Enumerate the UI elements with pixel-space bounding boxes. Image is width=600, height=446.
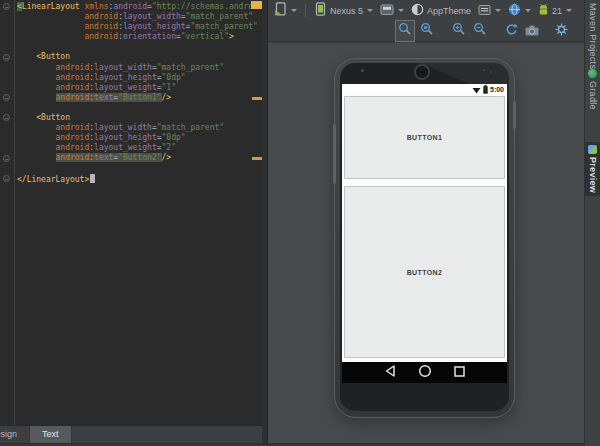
theme-selector-button[interactable]: AppTheme [409, 1, 473, 21]
code-line[interactable]: android:layout_width="match_parent" [17, 63, 262, 73]
preview-zoom-toolbar [268, 21, 584, 42]
code-area[interactable]: <LinearLayout xmlns:android="http://sche… [17, 2, 262, 184]
home-icon [418, 364, 432, 382]
power-button [513, 101, 516, 129]
chevron-down-icon [495, 9, 501, 12]
code-line[interactable]: <Button [17, 113, 262, 123]
api-level-label: 21 [552, 6, 562, 16]
code-line[interactable]: <LinearLayout xmlns:android="http://sche… [17, 2, 262, 12]
proximity-sensor-dot [361, 69, 364, 72]
code-line[interactable]: android:layout_height="0dp" [17, 133, 262, 143]
error-stripe-mark[interactable] [252, 97, 262, 100]
locale-selector-button[interactable] [506, 1, 533, 21]
refresh-button[interactable] [503, 21, 520, 41]
device-screen: 5:00 BUTTON1 BUTTON2 [342, 84, 507, 383]
right-tool-strip: Maven Projects Gradle Preview [584, 0, 600, 446]
zoom-actual-icon [398, 22, 412, 40]
mic-dot [490, 71, 492, 73]
preview-icon [588, 145, 597, 154]
orientation-button[interactable] [378, 1, 406, 21]
preview-config-toolbar: Nexus 5 AppTheme [268, 0, 584, 21]
device-selector-button[interactable]: Nexus 5 [312, 1, 375, 21]
volume-rocker [333, 124, 336, 184]
preview-button2[interactable]: BUTTON2 [344, 186, 505, 358]
tab-design[interactable]: Design [0, 426, 30, 443]
layout-variant-button[interactable] [272, 1, 299, 21]
code-line[interactable]: </LinearLayout> [17, 174, 262, 184]
code-line[interactable]: android:text="Button1"/> [17, 93, 262, 103]
fold-marker[interactable]: − [3, 94, 10, 101]
preview-pane: Nexus 5 AppTheme [268, 0, 584, 443]
status-time: 5:00 [490, 86, 504, 93]
code-line[interactable]: android:layout_width="match_parent" [17, 12, 262, 22]
zoom-fit-icon [420, 22, 434, 40]
chevron-down-icon [566, 9, 572, 12]
editor-mode-tabs: Design Text [0, 425, 262, 443]
activity-icon [478, 2, 491, 20]
zoom-fit-button[interactable] [418, 21, 436, 41]
device-glass: 5:00 BUTTON1 BUTTON2 [340, 63, 509, 411]
chevron-down-icon [398, 9, 404, 12]
code-line[interactable]: android:layout_weight="1" [17, 83, 262, 93]
editor-gutter: −−−−−− [0, 0, 15, 425]
fold-marker[interactable]: − [3, 54, 10, 61]
preview-canvas[interactable]: 5:00 BUTTON1 BUTTON2 [268, 43, 584, 443]
preview-button1[interactable]: BUTTON1 [344, 96, 505, 179]
tool-tab-maven-projects[interactable]: Maven Projects [585, 0, 600, 72]
mic-dot [483, 69, 485, 71]
code-line[interactable]: android:layout_weight="2" [17, 143, 262, 153]
code-line[interactable]: android:orientation="vertical"> [17, 32, 262, 42]
text-caret [90, 174, 95, 183]
theme-circle-icon [411, 2, 424, 20]
code-line[interactable] [17, 103, 262, 113]
fold-marker[interactable]: − [3, 155, 10, 162]
highlighted-code-segment: android:text="Button1" [56, 93, 162, 102]
android-studio-window: −−−−−− <LinearLayout xmlns:android="http… [0, 0, 600, 446]
fold-marker[interactable]: − [3, 3, 10, 10]
zoom-out-button[interactable] [471, 21, 489, 41]
globe-icon [508, 2, 521, 20]
error-stripe-file-marker [251, 1, 262, 9]
settings-gear-icon [555, 22, 568, 40]
toolbar-separator [305, 4, 306, 17]
screenshot-icon [525, 22, 539, 40]
device-frame: 5:00 BUTTON1 BUTTON2 [334, 58, 515, 418]
zoom-in-button[interactable] [450, 21, 468, 41]
fold-marker[interactable]: − [3, 175, 10, 182]
fold-marker[interactable]: − [3, 114, 10, 121]
xml-editor[interactable]: −−−−−− <LinearLayout xmlns:android="http… [0, 0, 262, 426]
zoom-out-icon [473, 22, 487, 40]
code-line[interactable]: android:layout_width="match_parent" [17, 123, 262, 133]
refresh-icon [505, 22, 518, 40]
back-icon [384, 364, 397, 382]
code-line[interactable]: android:layout_height="match_parent" [17, 22, 262, 32]
code-line[interactable] [17, 164, 262, 174]
chevron-down-icon [367, 9, 373, 12]
recents-icon [453, 364, 466, 382]
tab-text[interactable]: Text [30, 426, 72, 443]
theme-label: AppTheme [427, 6, 471, 16]
code-line[interactable] [17, 42, 262, 52]
navigation-bar [342, 362, 507, 383]
zoom-actual-button[interactable] [395, 20, 415, 42]
code-line[interactable]: android:text="Button2"/> [17, 153, 262, 163]
activity-selector-button[interactable] [476, 1, 503, 21]
error-stripe-mark[interactable] [252, 157, 262, 160]
chevron-down-icon [525, 9, 531, 12]
tool-tab-preview[interactable]: Preview [585, 142, 600, 196]
api-level-button[interactable]: 21 [536, 1, 574, 21]
orientation-icon [380, 2, 394, 20]
preview-settings-button[interactable] [553, 21, 570, 41]
gradle-icon [588, 69, 597, 78]
screenshot-button[interactable] [523, 21, 541, 41]
code-line[interactable]: <Button [17, 52, 262, 62]
tool-tab-gradle[interactable]: Gradle [585, 66, 600, 113]
device-phone-icon [314, 2, 327, 20]
layout-config-icon [274, 2, 287, 20]
zoom-in-icon [452, 22, 466, 40]
code-line[interactable]: android:layout_height="0dp" [17, 73, 262, 83]
status-bar: 5:00 [342, 84, 507, 94]
device-label: Nexus 5 [330, 6, 363, 16]
android-robot-icon [538, 2, 549, 20]
highlighted-code-segment: android:text="Button2" [56, 153, 162, 162]
